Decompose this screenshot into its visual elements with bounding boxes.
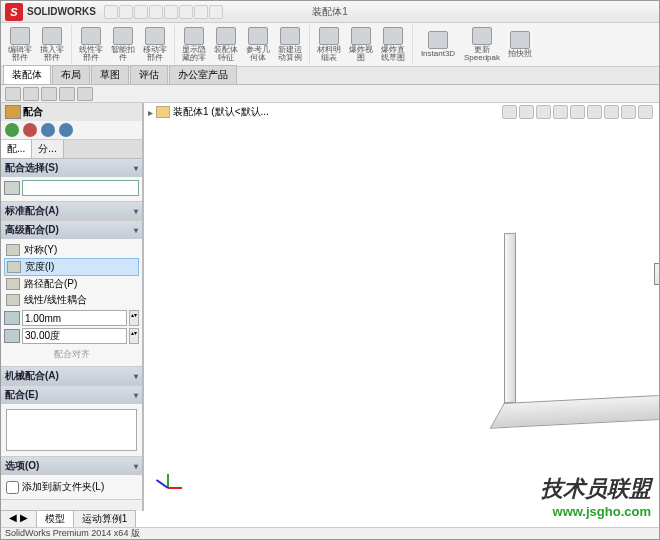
tb2-icon[interactable] [59,87,75,101]
ribbon-button[interactable]: 显示隐藏的零 [179,25,209,63]
document-title: 装配体1 [312,5,348,19]
view-orient-icon[interactable] [570,105,585,119]
ribbon-icon [319,27,339,45]
command-tab[interactable]: 布局 [52,65,90,84]
section-mate-selections[interactable]: 配合选择(S) [1,159,142,177]
ribbon-icon [216,27,236,45]
prev-view-icon[interactable] [536,105,551,119]
view-settings-icon[interactable] [638,105,653,119]
qat-redo-icon[interactable] [179,5,193,19]
ok-icon[interactable] [5,123,19,137]
small-block[interactable] [654,263,660,285]
watermark: 技术员联盟 www.jsgho.com [541,474,651,519]
command-tab[interactable]: 装配体 [3,65,51,84]
qat-rebuild-icon[interactable] [209,5,223,19]
ribbon-button[interactable]: 装配体特征 [211,25,241,63]
scene-icon[interactable] [621,105,636,119]
ribbon-button[interactable]: 新建运动算例 [275,25,305,63]
hide-show-icon[interactable] [604,105,619,119]
ribbon-icon [184,27,204,45]
pm-tab-analysis[interactable]: 分... [32,140,63,158]
qat-open-icon[interactable] [119,5,133,19]
mate-icon [5,105,21,119]
zoom-area-icon[interactable] [519,105,534,119]
mate-type-option[interactable]: 宽度(I) [4,258,139,276]
angle-input[interactable] [22,328,127,344]
ribbon-button[interactable]: 爆炸视图 [346,25,376,63]
zoom-fit-icon[interactable] [502,105,517,119]
app-logo: S [5,3,23,21]
feature-tree-root[interactable]: ▸ 装配体1 (默认<默认... [148,105,269,119]
section-mechanical-mates[interactable]: 机械配合(A) [1,367,142,385]
motion-tab[interactable]: 模型 [37,511,74,527]
expand-icon[interactable]: ▸ [148,107,153,118]
secondary-toolbar [1,85,659,103]
command-tab[interactable]: 草图 [91,65,129,84]
command-tab[interactable]: 办公室产品 [169,65,237,84]
pushpin-icon[interactable] [59,123,73,137]
mate-type-option[interactable]: 对称(Y) [4,242,139,258]
add-to-folder-checkbox[interactable] [6,481,19,494]
section-standard-mates[interactable]: 标准配合(A) [1,202,142,220]
distance-input[interactable] [22,310,127,326]
display-style-icon[interactable] [587,105,602,119]
orientation-triad[interactable] [152,467,188,503]
section-view-icon[interactable] [553,105,568,119]
ribbon-button[interactable]: 线性零部件 [76,25,106,63]
ribbon-button[interactable]: 材料明细表 [314,25,344,63]
command-tabs: 装配体布局草图评估办公室产品 [1,67,659,85]
section-advanced-mates[interactable]: 高级配合(D) [1,221,142,239]
tb2-icon[interactable] [41,87,57,101]
mate-type-option[interactable]: 路径配合(P) [4,276,139,292]
ribbon-icon [472,27,492,45]
ribbon-button[interactable]: 拍快照 [505,25,535,63]
motion-tab[interactable]: 运动算例1 [74,511,137,527]
ribbon-icon [81,27,101,45]
ribbon-icon [42,27,62,45]
heads-up-toolbar [502,105,653,119]
cancel-icon[interactable] [23,123,37,137]
qat-new-icon[interactable] [104,5,118,19]
qat-options-icon[interactable] [194,5,208,19]
ribbon-icon [248,27,268,45]
ribbon-icon [10,27,30,45]
ribbon-button[interactable]: 插入零部件 [37,25,67,63]
assembly-icon [156,106,170,118]
tb2-icon[interactable] [23,87,39,101]
command-tab[interactable]: 评估 [130,65,168,84]
section-mates-list[interactable]: 配合(E) [1,386,142,404]
qat-undo-icon[interactable] [164,5,178,19]
ribbon-button[interactable]: Instant3D [417,25,459,63]
tb2-icon[interactable] [77,87,93,101]
vertical-plate[interactable] [504,233,516,404]
spinner[interactable]: ▴▾ [129,328,139,344]
mates-list-box[interactable] [6,409,137,451]
section-options[interactable]: 选项(O) [1,457,142,475]
mate-selection-input[interactable] [22,180,139,196]
ribbon-icon [280,27,300,45]
ribbon-button[interactable]: 参考几何体 [243,25,273,63]
mate-type-option[interactable]: 线性/线性耦合 [4,292,139,308]
3d-model [504,233,660,473]
ribbon-button[interactable]: 移动零部件 [140,25,170,63]
ribbon-icon [113,27,133,45]
ribbon-button[interactable]: 智能扣件 [108,25,138,63]
ribbon-button[interactable]: 爆炸直线草图 [378,25,408,63]
ribbon-icon [428,31,448,49]
ribbon-button[interactable]: 编辑零部件 [5,25,35,63]
tab-scroll[interactable]: ◀ ▶ [1,511,37,527]
mate-type-icon [7,261,21,273]
add-to-folder-option[interactable]: 添加到新文件夹(L) [4,478,139,496]
ribbon-button[interactable]: 更新Speedpak [461,25,503,63]
spinner[interactable]: ▴▾ [129,310,139,326]
graphics-viewport[interactable]: ▸ 装配体1 (默认<默认... [144,103,659,511]
ribbon-icon [145,27,165,45]
pm-tab-mate[interactable]: 配... [1,140,32,158]
qat-save-icon[interactable] [134,5,148,19]
angle-icon [4,329,20,343]
tb2-icon[interactable] [5,87,21,101]
selection-icon [4,181,20,195]
property-manager: 配合 配... 分... 配合选择(S) 标准配合(A) 高级配合(D [1,103,144,511]
qat-print-icon[interactable] [149,5,163,19]
preview-icon[interactable] [41,123,55,137]
